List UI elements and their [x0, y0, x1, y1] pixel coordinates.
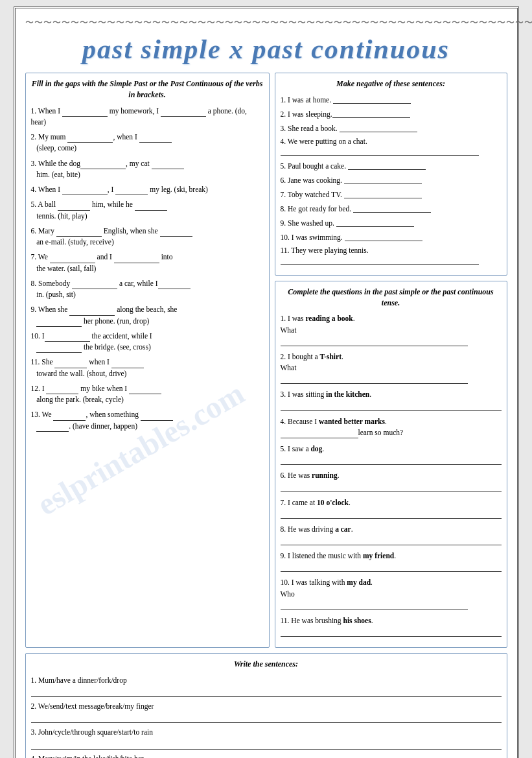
- list-item: 2. My mum , when I (sleep, come): [31, 132, 264, 154]
- item-num: 1.: [281, 96, 286, 104]
- item-num: 4.: [281, 137, 286, 145]
- list-item: 6. Mary English, when she an e-mail. (st…: [31, 226, 264, 248]
- list-item: 3. While the dog, my cat him. (eat, bite…: [31, 158, 264, 181]
- answer-line: [281, 375, 468, 384]
- item-num: 2.: [281, 110, 286, 118]
- main-content: Fill in the gaps with the Simple Past or…: [25, 73, 507, 648]
- blank: [139, 134, 172, 143]
- blank: [62, 108, 108, 117]
- list-item: 2. I bought a T-shirt. What: [281, 351, 502, 385]
- item-num: 1.: [31, 676, 37, 684]
- blank: [344, 175, 422, 184]
- right-column: Make negative of these sentences: 1. I w…: [275, 73, 507, 648]
- section4-title: Complete the questions in the past simpl…: [281, 287, 502, 309]
- item-num: 6.: [31, 227, 37, 235]
- item-num: 3.: [281, 124, 286, 132]
- bold-text: reading a book: [305, 314, 353, 322]
- answer-line: [31, 740, 502, 750]
- section-make-negative: Make negative of these sentences: 1. I w…: [275, 73, 507, 276]
- answer-line: [281, 536, 502, 545]
- list-item: 3. I was sitting in the kitchen.: [281, 389, 502, 410]
- blank: [36, 423, 69, 432]
- bold-text: 10 o'clock: [317, 499, 349, 506]
- list-item: 3. She read a book.: [281, 123, 502, 132]
- page: 〜〜〜〜〜〜〜〜〜〜〜〜〜〜〜〜〜〜〜〜〜〜〜〜〜〜〜〜〜〜〜〜〜〜〜〜〜〜〜〜…: [14, 6, 519, 758]
- list-item: 10. I was talking with my dad. Who: [281, 577, 502, 610]
- blank: [161, 108, 206, 117]
- list-item: 6. Jane was cooking.: [281, 175, 502, 184]
- blank: [281, 429, 358, 438]
- list-item: 4. We were putting on a chat.: [281, 137, 502, 156]
- blank: [336, 218, 414, 227]
- bold-text: T-shirt: [320, 353, 341, 361]
- blank: [332, 109, 410, 118]
- list-item: 10. I was swimming.: [281, 232, 502, 241]
- list-item: 5. I saw a dog.: [281, 444, 502, 465]
- blank: [348, 161, 426, 170]
- list-item: 8. He was driving a car.: [281, 524, 502, 545]
- page-title: past simple x past continuous: [25, 34, 507, 65]
- list-item: 5. Paul bought a cake.: [281, 161, 502, 170]
- top-border: 〜〜〜〜〜〜〜〜〜〜〜〜〜〜〜〜〜〜〜〜〜〜〜〜〜〜〜〜〜〜〜〜〜〜〜〜〜〜〜〜…: [25, 17, 507, 29]
- bold-text: my dad: [347, 578, 371, 586]
- list-item: 11. She when I toward the wall. (shout, …: [31, 357, 264, 379]
- item-num: 9.: [281, 552, 286, 560]
- blank: [62, 186, 108, 195]
- list-item: 1. Mum/have a dinner/fork/drop: [31, 675, 502, 697]
- list-item: 12. I my bike when I along the park. (br…: [31, 383, 264, 406]
- section-fill-gaps: Fill in the gaps with the Simple Past or…: [25, 73, 270, 648]
- item-num: 4.: [281, 418, 286, 425]
- item-num: 5.: [31, 200, 37, 208]
- blank: [129, 385, 161, 394]
- item-num: 7.: [31, 253, 37, 261]
- list-item: 8. He got ready for bed.: [281, 204, 502, 213]
- list-item: 4. Because I wanted better marks. learn …: [281, 416, 502, 439]
- list-item: 10. I the accident, while I the bridge. …: [31, 331, 264, 353]
- bold-text: in the kitchen: [326, 390, 369, 398]
- blank: [36, 318, 82, 327]
- answer-line: [31, 688, 502, 697]
- list-item: 13. We , when something . (have dinner, …: [31, 409, 264, 432]
- answer-line: [281, 510, 502, 519]
- item-num: 13.: [31, 410, 40, 418]
- item-num: 8.: [31, 279, 37, 287]
- blank: [115, 186, 148, 195]
- list-item: 1. I was at home.: [281, 95, 502, 104]
- list-item: 6. He was running.: [281, 470, 502, 492]
- list-item: 11. They were playing tennis.: [281, 246, 502, 265]
- answer-line: [281, 456, 502, 465]
- bold-text: my friend: [363, 552, 394, 560]
- list-item: 4. When I , I my leg. (ski, break): [31, 184, 264, 195]
- answer-line: [281, 147, 480, 156]
- answer-line: [281, 563, 502, 572]
- blank: [54, 359, 87, 368]
- section2-title: Make negative of these sentences:: [281, 78, 502, 89]
- list-item: 8. Somebody a car, while I in. (push, si…: [31, 278, 264, 301]
- list-item: 1. When I my homework, I a phone. (do, h…: [31, 106, 264, 128]
- item-num: 5.: [281, 162, 286, 170]
- item-num: 10.: [281, 578, 290, 586]
- blank: [46, 385, 78, 394]
- item-num: 6.: [281, 176, 286, 184]
- item-num: 4.: [31, 185, 37, 193]
- blank: [152, 160, 184, 169]
- blank: [50, 254, 95, 263]
- list-item: 9. She washed up.: [281, 218, 502, 227]
- item-num: 8.: [281, 525, 286, 533]
- blank: [340, 123, 417, 132]
- blank: [56, 228, 102, 237]
- item-num: 7.: [281, 499, 286, 506]
- item-num: 4.: [31, 755, 37, 758]
- item-num: 11.: [281, 617, 290, 624]
- blank: [53, 412, 86, 421]
- blank: [69, 307, 115, 316]
- list-item: 7. I came at 10 o'clock.: [281, 497, 502, 519]
- blank: [45, 333, 90, 342]
- item-num: 2.: [31, 133, 37, 141]
- blank: [345, 232, 422, 241]
- list-item: 3. John/cycle/through square/start/to ra…: [31, 727, 502, 749]
- item-num: 2.: [281, 353, 286, 361]
- answer-line: [281, 628, 502, 637]
- bold-text: running: [312, 471, 338, 479]
- list-item: 2. We/send/text message/break/my finger: [31, 701, 502, 723]
